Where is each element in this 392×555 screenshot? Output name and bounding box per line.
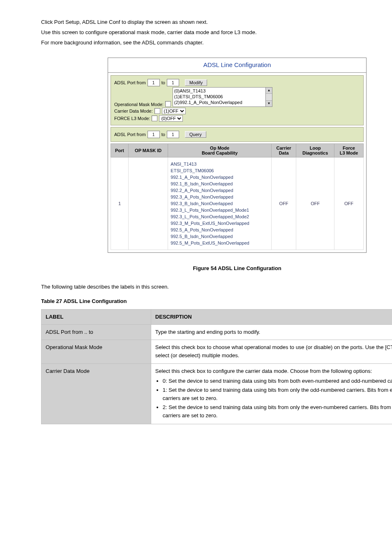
opmask-select[interactable]: (0)ANSI_T1413 (1)ETSI_DTS_TM06006 (2)992… (173, 87, 272, 107)
figure-title: ADSL Line Configuration (108, 58, 366, 71)
force-l3-select[interactable]: (0)OFF (159, 115, 183, 122)
cell-port: 1 (111, 157, 129, 250)
table-row: 1 ANSI_T1413ETSI_DTS_TM06006992.1_A_Pots… (111, 157, 364, 250)
carrier-label: Carrier Data Mode: (114, 109, 153, 113)
intro-line-3: For more background information, see the… (41, 39, 392, 47)
desc-header-desc: DESCRIPTION (151, 309, 392, 324)
desc-row3-desc: Select this check box to configure the c… (151, 363, 392, 424)
modify-panel: ADSL Port from to Modify Operational Mas… (111, 75, 364, 125)
cell-board-capability: ANSI_T1413ETSI_DTS_TM06006992.1_A_Pots_N… (168, 157, 272, 250)
port-to-input[interactable] (167, 79, 179, 86)
desc-row3-li3: 2: Set the device to send training data … (163, 403, 392, 420)
port-from-input[interactable] (148, 79, 160, 86)
opmask-option-2[interactable]: (2)992.1_A_Pots_NonOverlapped (174, 99, 265, 105)
th-loop: Loop Diagnostics (296, 144, 334, 157)
intro-line-2: Use this screen to configure operational… (41, 28, 392, 37)
opmask-option-1[interactable]: (1)ETSI_DTS_TM06006 (174, 94, 265, 99)
result-table: Port OP MASK ID Op Mode Board Capability… (111, 143, 364, 250)
port-to-label: to (161, 80, 165, 85)
cell-opmask (129, 157, 168, 250)
query-button[interactable]: Query (185, 131, 206, 138)
opmask-option-0[interactable]: (0)ANSI_T1413 (174, 88, 265, 94)
description-table: LABEL DESCRIPTION ADSL Port from .. to T… (41, 309, 392, 424)
query-from-label: ADSL Port from (114, 132, 146, 137)
scroll-up-icon[interactable]: ▲ (266, 88, 272, 94)
opmask-checkbox[interactable] (165, 101, 171, 107)
desc-row3-label: Carrier Data Mode (42, 363, 151, 424)
force-l3-checkbox[interactable] (152, 116, 157, 121)
carrier-select[interactable]: (1)OFF (162, 108, 186, 114)
th-carrier: Carrier Data (271, 144, 296, 157)
query-panel: ADSL Port from to Query (111, 127, 364, 142)
scroll-down-icon[interactable]: ▼ (266, 100, 272, 106)
cell-force: OFF (334, 157, 364, 250)
opmask-label: Operational Mask Mode: (114, 102, 164, 107)
cell-loop: OFF (296, 157, 334, 250)
cell-carrier: OFF (271, 157, 296, 250)
desc-row3-li2: 1: Set the device to send training data … (163, 386, 392, 402)
th-opmode: Op Mode Board Capability (168, 144, 272, 157)
th-opmask: OP MASK ID (129, 144, 168, 157)
query-to-input[interactable] (167, 131, 179, 138)
desc-row2-label: Operational Mask Mode (42, 340, 151, 363)
table-caption: Table 27 ADSL Line Configuration (41, 297, 392, 306)
desc-row1-label: ADSL Port from .. to (42, 325, 151, 340)
desc-header-label: LABEL (42, 309, 151, 324)
query-to-label: to (161, 132, 165, 137)
query-from-input[interactable] (148, 131, 160, 138)
figure-adsl-line-config: ADSL Line Configuration ADSL Port from t… (108, 58, 367, 253)
figure-caption: Figure 54 ADSL Line Configuration (41, 265, 392, 271)
desc-row1-desc: Type the starting and ending ports to mo… (151, 325, 392, 340)
th-port: Port (111, 144, 129, 157)
port-from-label: ADSL Port from (114, 80, 146, 85)
modify-button[interactable]: Modify (185, 79, 207, 86)
after-caption-text: The following table describes the labels… (41, 283, 392, 291)
desc-row3-li1: 0: Set the device to send training data … (163, 377, 392, 385)
carrier-checkbox[interactable] (154, 108, 160, 114)
opmask-scrollbar[interactable]: ▲ ▼ (265, 88, 272, 106)
force-l3-label: FORCE L3 Mode: (114, 116, 150, 121)
intro-line-1: Click Port Setup, ADSL Line Conf to disp… (41, 18, 392, 27)
th-force: Force L3 Mode (334, 144, 364, 157)
desc-row2-desc: Select this check box to choose what ope… (151, 340, 392, 363)
